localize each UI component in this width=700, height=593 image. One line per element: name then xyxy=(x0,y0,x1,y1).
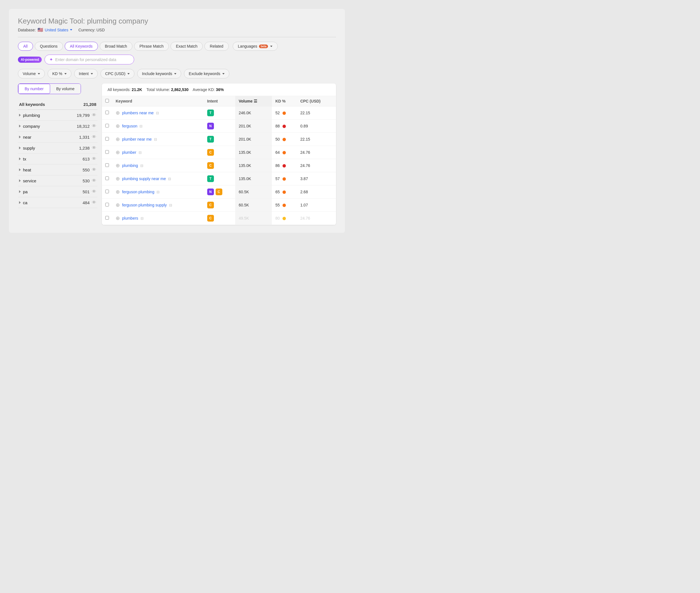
filter-kd[interactable]: KD % xyxy=(48,69,71,78)
cpc-cell: 24.76 xyxy=(297,212,336,225)
keyword-link[interactable]: plumbing xyxy=(122,163,138,168)
add-keyword-icon[interactable]: ⊕ xyxy=(116,149,120,155)
eye-pa-icon[interactable]: 👁 xyxy=(92,189,96,194)
add-keyword-icon[interactable]: ⊕ xyxy=(116,162,120,169)
sidebar-keyword-near: near xyxy=(23,135,31,140)
sidebar-item-near[interactable]: near 1,331 👁 xyxy=(18,132,97,143)
country-selector[interactable]: United States xyxy=(45,28,72,32)
serp-preview-icon[interactable]: ⊟ xyxy=(168,177,171,181)
row-checkbox[interactable] xyxy=(105,176,109,180)
tab-languages[interactable]: Languages beta xyxy=(233,42,278,51)
serp-preview-icon[interactable]: ⊟ xyxy=(156,111,159,115)
row-checkbox-cell xyxy=(102,120,112,133)
eye-near-icon[interactable]: 👁 xyxy=(92,134,96,140)
intent-cell: T xyxy=(204,107,236,120)
serp-preview-icon[interactable]: ⊟ xyxy=(140,216,143,221)
intent-cell: T xyxy=(204,133,236,146)
intent-badge: T xyxy=(207,175,214,182)
tab-phrase-match[interactable]: Phrase Match xyxy=(134,42,169,51)
sidebar-item-pa[interactable]: pa 501 👁 xyxy=(18,186,97,197)
row-checkbox[interactable] xyxy=(105,190,109,193)
sidebar-header: All keywords 21,208 xyxy=(18,99,97,110)
kd-dot-icon xyxy=(283,125,286,128)
keyword-link[interactable]: ferguson xyxy=(122,124,137,128)
serp-preview-icon[interactable]: ⊟ xyxy=(139,124,142,128)
add-keyword-icon[interactable]: ⊕ xyxy=(116,202,120,208)
row-checkbox[interactable] xyxy=(105,163,109,167)
kd-dot-icon xyxy=(283,151,286,154)
keyword-link[interactable]: plumber xyxy=(122,150,136,155)
tab-broad-match[interactable]: Broad Match xyxy=(100,42,132,51)
expand-heat-icon xyxy=(19,168,21,171)
select-all-checkbox[interactable] xyxy=(105,99,109,103)
kd-cell: 55 xyxy=(272,199,297,212)
eye-heat-icon[interactable]: 👁 xyxy=(92,167,96,172)
tab-all[interactable]: All xyxy=(18,42,33,51)
domain-input[interactable]: ✦ Enter domain for personalized data xyxy=(44,54,134,65)
row-checkbox[interactable] xyxy=(105,137,109,141)
col-volume[interactable]: Volume ☰ xyxy=(235,96,272,107)
sort-by-number[interactable]: By number xyxy=(18,84,50,94)
tab-exact-match[interactable]: Exact Match xyxy=(170,42,203,51)
volume-cell: 135.0K xyxy=(235,172,272,186)
filter-exclude[interactable]: Exclude keywords xyxy=(184,69,229,78)
row-checkbox[interactable] xyxy=(105,124,109,127)
add-keyword-icon[interactable]: ⊕ xyxy=(116,189,120,195)
keyword-link[interactable]: ferguson plumbing supply xyxy=(122,203,167,207)
keyword-link[interactable]: plumbing supply near me xyxy=(122,176,166,181)
serp-preview-icon[interactable]: ⊟ xyxy=(157,190,160,194)
sidebar-item-plumbing[interactable]: plumbing 19,799 👁 xyxy=(18,110,97,121)
eye-ca-icon[interactable]: 👁 xyxy=(92,200,96,205)
serp-preview-icon[interactable]: ⊟ xyxy=(169,203,172,207)
add-keyword-icon[interactable]: ⊕ xyxy=(116,136,120,142)
serp-preview-icon[interactable]: ⊟ xyxy=(138,150,142,155)
stat-avg-kd-value: 36% xyxy=(216,87,224,92)
sidebar-item-service[interactable]: service 530 👁 xyxy=(18,175,97,186)
keyword-link[interactable]: plumbers near me xyxy=(122,111,154,115)
sidebar-keyword-list: All keywords 21,208 plumbing 19,799 👁 xyxy=(18,99,97,208)
serp-preview-icon[interactable]: ⊟ xyxy=(154,137,157,142)
sidebar-keyword-tx: tx xyxy=(23,157,26,161)
keyword-link[interactable]: plumbers xyxy=(122,216,138,221)
eye-supply-icon[interactable]: 👁 xyxy=(92,145,96,150)
sort-buttons: By number By volume xyxy=(18,83,81,94)
kd-cell: 80 xyxy=(272,212,297,225)
tab-all-keywords[interactable]: All Keywords xyxy=(65,42,98,51)
sidebar-item-tx[interactable]: tx 613 👁 xyxy=(18,154,97,164)
sidebar-item-ca[interactable]: ca 484 👁 xyxy=(18,197,97,208)
add-keyword-icon[interactable]: ⊕ xyxy=(116,123,120,129)
sidebar-item-supply[interactable]: supply 1,238 👁 xyxy=(18,143,97,154)
kd-dot-icon xyxy=(283,138,286,141)
expand-near-icon xyxy=(19,135,21,139)
tab-questions[interactable]: Questions xyxy=(35,42,63,51)
stat-total-volume-value: 2,862,530 xyxy=(171,87,189,92)
add-keyword-icon[interactable]: ⊕ xyxy=(116,175,120,182)
row-checkbox[interactable] xyxy=(105,150,109,154)
keyword-link[interactable]: ferguson plumbing xyxy=(122,190,154,194)
add-keyword-icon[interactable]: ⊕ xyxy=(116,215,120,221)
filter-intent[interactable]: Intent xyxy=(74,69,98,78)
eye-service-icon[interactable]: 👁 xyxy=(92,178,96,183)
eye-tx-icon[interactable]: 👁 xyxy=(92,156,96,161)
row-checkbox[interactable] xyxy=(105,203,109,206)
sidebar-item-heat[interactable]: heat 550 👁 xyxy=(18,164,97,175)
row-checkbox[interactable] xyxy=(105,111,109,114)
keyword-link[interactable]: plumber near me xyxy=(122,137,152,142)
eye-company-icon[interactable]: 👁 xyxy=(92,123,96,128)
keyword-cell: ⊕ ferguson plumbing supply ⊟ xyxy=(112,199,204,212)
row-checkbox[interactable] xyxy=(105,216,109,220)
kd-dot-icon xyxy=(283,164,286,167)
table-row: ⊕ plumbing ⊟ C 135.0K 86 24.76 xyxy=(102,159,336,172)
sidebar-keyword-supply: supply xyxy=(23,146,35,150)
eye-plumbing-icon[interactable]: 👁 xyxy=(92,113,96,118)
serp-preview-icon[interactable]: ⊟ xyxy=(140,164,143,168)
add-keyword-icon[interactable]: ⊕ xyxy=(116,110,120,116)
tab-related[interactable]: Related xyxy=(204,42,229,51)
filter-volume[interactable]: Volume xyxy=(18,69,45,78)
filter-include[interactable]: Include keywords xyxy=(137,69,181,78)
sidebar-item-company[interactable]: company 18,312 👁 xyxy=(18,121,97,132)
sort-by-volume[interactable]: By volume xyxy=(50,84,81,94)
filter-cpc[interactable]: CPC (USD) xyxy=(100,69,134,78)
kd-dot-icon xyxy=(283,177,286,181)
subtitle-row: Database: 🇺🇸 United States Currency: USD xyxy=(18,27,336,33)
